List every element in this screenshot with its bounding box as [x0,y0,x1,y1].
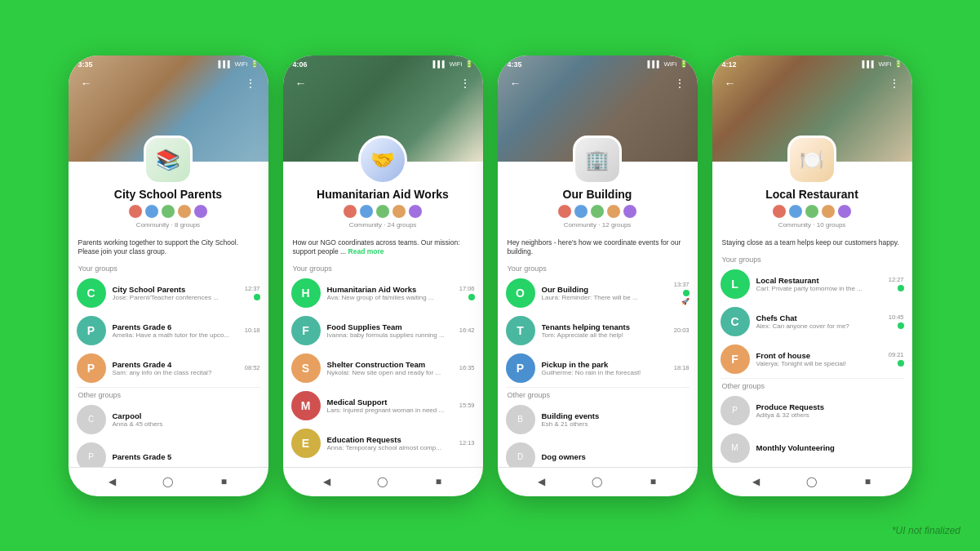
back-button[interactable]: ← [721,73,740,93]
group-item[interactable]: FFront of houseValerya: Tonight will be … [712,340,912,378]
nav-bar: ◀ ◯ ■ [283,467,483,496]
group-info: Tenants helping tenantsTom: Appreciate a… [542,322,667,339]
signal-icon: ▌▌▌ [647,60,661,68]
group-avatar: F [291,316,321,345]
group-avatar: M [291,391,321,420]
community-name: Local Restaurant [721,188,904,201]
groups-section: Your groupsCCity School ParentsJose: Par… [69,261,268,467]
other-group-info: Monthly Volunteering [756,443,904,452]
group-item[interactable]: LLocal RestaurantCarl: Private party tom… [712,265,912,303]
group-time: 12:27 [889,276,904,283]
member-avatar [177,204,192,219]
community-name: City School Parents [77,188,260,201]
other-group-info: Parents Grade 5 [113,452,260,461]
profile-avatar[interactable]: 🏢 [573,136,622,184]
phone-header-bg: 3:35 ▌▌▌ WiFi 🔋 ← ⋮ 📚 [69,56,268,162]
recent-nav-button[interactable]: ■ [645,473,661,490]
group-item[interactable]: PPickup in the parkGuilherme: No rain in… [498,349,698,387]
other-group-sub: Aditya & 32 others [756,411,904,419]
group-item[interactable]: TTenants helping tenantsTom: Appreciate … [498,312,698,349]
member-avatar [193,204,208,219]
group-name: Pickup in the park [542,360,667,369]
group-name: City School Parents [113,285,238,294]
more-button[interactable]: ⋮ [455,73,475,93]
member-avatar [161,204,175,219]
online-indicator [468,294,475,300]
profile-avatar[interactable]: 🍽️ [787,136,836,184]
status-bar: 4:06 ▌▌▌ WiFi 🔋 [283,60,483,69]
other-group-avatar: D [506,442,535,467]
other-group-name: Produce Requests [756,402,904,411]
back-button[interactable]: ← [291,73,311,93]
other-group-item[interactable]: MMonthly Volunteering [712,429,912,467]
group-name: Medical Support [327,398,453,407]
group-info: Local RestaurantCarl: Private party tomo… [756,276,882,292]
recent-nav-button[interactable]: ■ [215,473,232,490]
profile-avatar[interactable]: 🤝 [358,136,407,184]
group-info: Parents Grade 6Amelia: Have a math tutor… [113,322,238,339]
group-time: 16:42 [459,327,475,334]
other-group-name: Parents Grade 5 [113,452,260,461]
home-nav-button[interactable]: ◯ [589,473,605,490]
community-desc: How our NGO coordinates across teams. Ou… [283,238,483,261]
group-item[interactable]: FFood Supplies TeamIvanna: baby formula … [283,312,483,349]
group-item[interactable]: CCity School ParentsJose: Parent/Teacher… [69,274,268,312]
read-more-link[interactable]: Read more [348,247,384,256]
group-time: 08:52 [245,364,260,371]
group-info: City School ParentsJose: Parent/Teacher … [113,285,238,301]
group-preview: Nykolai: New site open and ready for ... [327,369,453,376]
back-button[interactable]: ← [77,73,96,93]
home-nav-button[interactable]: ◯ [804,473,820,490]
more-button[interactable]: ⋮ [670,73,690,93]
community-desc: Staying close as a team helps keep our c… [712,238,912,252]
back-nav-button[interactable]: ◀ [319,473,335,490]
phone-content: Humanitarian Aid WorksCommunity · 24 gro… [283,162,483,467]
other-group-item[interactable]: PProduce RequestsAditya & 32 others [712,392,912,429]
profile-avatar[interactable]: 📚 [144,136,193,184]
group-preview: Laura: Reminder: There will be ... [542,294,667,301]
battery-icon: 🔋 [251,60,259,68]
group-meta: 16:35 [459,364,475,371]
home-nav-button[interactable]: ◯ [160,473,176,490]
back-nav-button[interactable]: ◀ [104,473,121,490]
group-preview: Jose: Parent/Teacher conferences ... [113,294,238,301]
group-item[interactable]: CChefs ChatAlex: Can anyone cover for me… [712,303,912,340]
group-time: 18:18 [674,364,690,371]
other-group-item[interactable]: PParents Grade 5 [69,438,268,467]
other-group-sub: Esh & 21 others [542,420,690,428]
other-group-avatar: C [77,405,106,434]
group-meta: 08:52 [245,364,260,371]
recent-nav-button[interactable]: ■ [859,473,876,490]
group-item[interactable]: SShelter Construction TeamNykolai: New s… [283,349,483,387]
group-item[interactable]: PParents Grade 4Sam: any info on the cla… [69,349,268,387]
group-meta: 20:03 [674,327,690,334]
back-nav-button[interactable]: ◀ [534,473,550,490]
group-item[interactable]: MMedical SupportLars: Injured pregnant w… [283,387,483,424]
other-group-item[interactable]: CCarpoolAnna & 45 others [69,401,268,438]
other-group-item[interactable]: BBuilding eventsEsh & 21 others [498,401,698,438]
recent-nav-button[interactable]: ■ [430,473,446,490]
your-groups-label: Your groups [69,261,268,274]
back-button[interactable]: ← [506,73,525,93]
phone-phone-humanitarian: 4:06 ▌▌▌ WiFi 🔋 ← ⋮ 🤝Humanitarian Aid Wo… [283,56,483,496]
group-meta: 10:45 [889,313,904,329]
group-name: Chefs Chat [756,313,882,322]
more-button[interactable]: ⋮ [241,73,260,93]
more-button[interactable]: ⋮ [885,73,904,93]
community-desc: Hey neighbors - here's how we coordinate… [498,238,698,261]
home-nav-button[interactable]: ◯ [375,473,391,490]
status-icons: ▌▌▌ WiFi 🔋 [432,60,472,68]
phone-phone-restaurant: 4:12 ▌▌▌ WiFi 🔋 ← ⋮ 🍽️Local RestaurantCo… [712,56,912,496]
other-group-item[interactable]: DDog owners [498,438,698,467]
status-icons: ▌▌▌ WiFi 🔋 [218,60,258,68]
signal-icon: ▌▌▌ [218,60,232,68]
group-meta: 18:18 [674,364,690,371]
group-time: 12:37 [245,285,260,292]
group-time: 16:35 [459,364,475,371]
group-item[interactable]: EEducation RequestsAnna: Temporary schoo… [283,424,483,462]
group-item[interactable]: HHumanitarian Aid WorksAva: New group of… [283,274,483,312]
group-avatar: P [506,353,535,383]
back-nav-button[interactable]: ◀ [748,473,765,490]
group-item[interactable]: PParents Grade 6Amelia: Have a math tuto… [69,312,268,349]
group-item[interactable]: OOur BuildingLaura: Reminder: There will… [498,274,698,312]
